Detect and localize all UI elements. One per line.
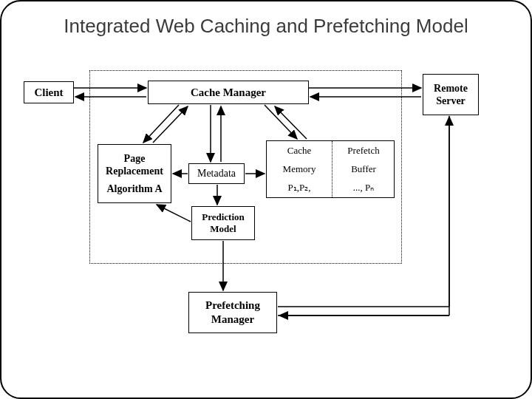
slide-frame: Integrated Web Caching and Prefetching M… bbox=[0, 0, 532, 399]
svg-line-9 bbox=[275, 106, 307, 139]
diagram-arrows bbox=[1, 1, 532, 399]
svg-line-4 bbox=[143, 105, 179, 143]
svg-line-5 bbox=[153, 106, 188, 143]
svg-line-13 bbox=[157, 205, 191, 222]
svg-line-8 bbox=[265, 105, 297, 139]
